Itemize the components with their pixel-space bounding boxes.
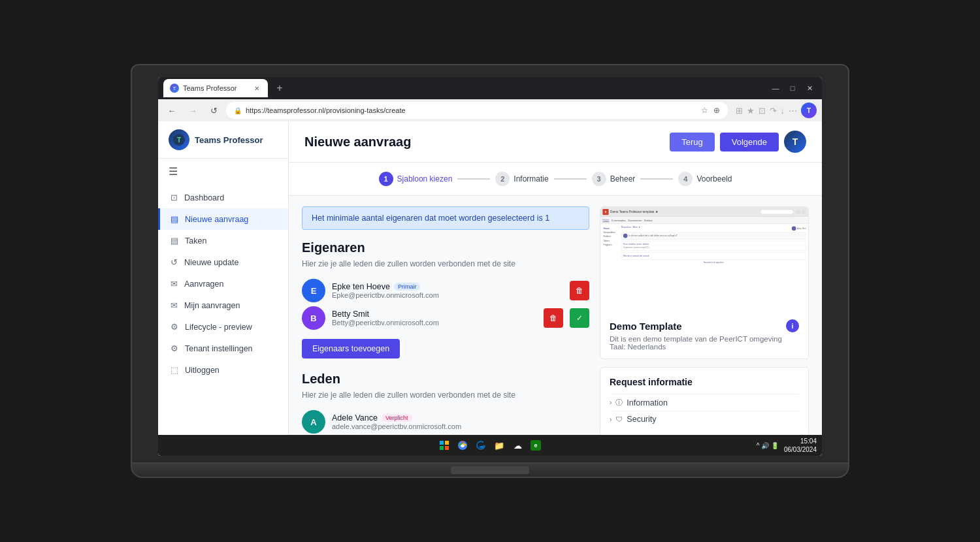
mijn-aanvragen-icon: ✉ xyxy=(171,300,178,310)
sidebar-label-dashboard: Dashboard xyxy=(184,193,224,202)
step-4[interactable]: 4 Voorbeeld xyxy=(678,172,732,186)
sidebar-label-mijn-aanvragen: Mijn aanvragen xyxy=(184,301,240,310)
sidebar-item-nieuwe-aanvraag[interactable]: ▤ Nieuwe aanvraag xyxy=(158,208,288,230)
confirm-button[interactable]: ✓ xyxy=(570,308,589,328)
template-name: Demo Template xyxy=(610,321,682,332)
sidebar-item-uitloggen[interactable]: ⬚ Uitloggen xyxy=(158,359,288,381)
sidebar-label-taken: Taken xyxy=(185,236,206,246)
star-icon[interactable]: ☆ xyxy=(701,106,708,115)
minimize-button[interactable]: — xyxy=(768,81,783,95)
sharepoint-preview: S Demo Teams Professor template ★ xyxy=(600,207,808,311)
person-info: Epke ten Hoeve Primair Epke@peerictbv.on… xyxy=(332,282,563,299)
owners-title: Eigenaren xyxy=(302,240,589,255)
members-list: A Adele Vance Verplicht adele.vance@peer… xyxy=(302,410,589,435)
step-2-num: 2 xyxy=(495,172,510,186)
sidebar-nav: ⊡ Dashboard ▤ Nieuwe aanvraag ▤ Taken xyxy=(158,184,288,383)
collections-icon[interactable]: ⊡ xyxy=(759,106,766,116)
owners-list: E Epke ten Hoeve Primair Epke@peerictbv.… xyxy=(302,279,589,330)
sidebar-item-tenant[interactable]: ⚙ Tenant instellingen xyxy=(158,338,288,359)
taskbar-icons-system: ^ 🔊 🔋 xyxy=(757,442,779,449)
history-icon[interactable]: ↷ xyxy=(770,106,777,116)
shield-badge-icon: 🛡 xyxy=(615,415,623,423)
profile-icon[interactable]: T xyxy=(801,103,817,118)
trackpad xyxy=(451,466,529,474)
downloads-icon[interactable]: ↓ xyxy=(781,106,785,116)
step-2-label: Informatie xyxy=(514,174,548,183)
person-email: Betty@peerictbv.onmicrosoft.com xyxy=(332,319,537,327)
owners-section: Eigenaren Hier zie je alle leden die zul… xyxy=(302,240,589,359)
chevron-right-icon: › xyxy=(610,416,612,423)
owners-desc: Hier zie je alle leden die zullen worden… xyxy=(302,258,589,270)
taskbar-onedrive-icon[interactable]: ☁ xyxy=(510,438,525,453)
info-icon[interactable]: i xyxy=(786,319,799,332)
request-info-title: Request informatie xyxy=(610,377,799,387)
lifecycle-icon: ⚙ xyxy=(171,322,178,332)
members-title: Leden xyxy=(302,372,589,387)
sidebar-item-nieuwe-update[interactable]: ↺ Nieuwe update xyxy=(158,251,288,273)
extensions-icon[interactable]: ⊕ xyxy=(713,106,720,115)
url-bar[interactable]: 🔒 https://teamsprofessor.nl/provisioning… xyxy=(226,102,728,119)
page-title: Nieuwe aanvraag xyxy=(304,135,411,150)
expand-item-security[interactable]: › 🛡 Security xyxy=(610,411,799,427)
step-4-label: Voorbeeld xyxy=(696,174,732,183)
menu-icon[interactable]: ⋯ xyxy=(789,106,797,116)
template-info: Demo Template i Dit is een demo template… xyxy=(600,311,808,359)
sidebar-item-lifecycle[interactable]: ⚙ Lifecycle - preview xyxy=(158,316,288,338)
expand-label-security: Security xyxy=(627,415,656,424)
laptop-shell: T Teams Professor ✕ + — □ ✕ ← → ↺ xyxy=(131,64,849,478)
close-button[interactable]: ✕ xyxy=(802,81,817,95)
uitloggen-icon: ⬚ xyxy=(171,365,178,375)
sidebar-header: T Teams Professor xyxy=(158,121,288,159)
sp-title: Demo Teams Professor template ★ xyxy=(610,210,759,214)
taskbar-edge-icon[interactable] xyxy=(474,438,488,453)
verplicht-badge: Verplicht xyxy=(382,414,412,422)
table-row: B Betty Smit Betty@peerictbv.onmicrosoft… xyxy=(302,306,589,330)
expand-label-information: Information xyxy=(627,398,668,407)
taskbar-icons: 📁 ☁ e xyxy=(437,438,543,453)
delete-button[interactable]: 🗑 xyxy=(544,308,563,328)
step-connector-3 xyxy=(640,178,673,180)
sidebar-item-dashboard[interactable]: ⊡ Dashboard xyxy=(158,187,288,208)
browser-toolbar-icons: ⊞ ★ ⊡ ↷ ↓ ⋯ T xyxy=(736,103,817,118)
back-button[interactable]: ← xyxy=(163,102,180,119)
taskbar-chrome-icon[interactable] xyxy=(455,438,470,453)
info-badge-icon: ⓘ xyxy=(615,398,623,407)
taskbar-browser-icon[interactable]: e xyxy=(529,438,543,453)
favorites-icon[interactable]: ★ xyxy=(747,106,755,116)
browser-tab[interactable]: T Teams Professor ✕ xyxy=(163,79,268,97)
sidebar-item-mijn-aanvragen[interactable]: ✉ Mijn aanvragen xyxy=(158,295,288,316)
sidebar-item-aanvragen[interactable]: ✉ Aanvragen xyxy=(158,273,288,295)
app-container: T Teams Professor ☰ ⊡ Dashboard ▤ xyxy=(158,121,822,435)
expand-item-information[interactable]: › ⓘ Information xyxy=(610,394,799,411)
step-connector-2 xyxy=(554,178,587,180)
template-preview-card: S Demo Teams Professor template ★ xyxy=(600,206,809,359)
terug-button[interactable]: Terug xyxy=(670,133,715,151)
maximize-button[interactable]: □ xyxy=(785,81,800,95)
template-description: Dit is een demo template van de PeerICT … xyxy=(610,335,799,351)
apps-icon[interactable]: ⊞ xyxy=(736,106,743,116)
sidebar-item-taken[interactable]: ▤ Taken xyxy=(158,230,288,251)
hamburger-icon[interactable]: ☰ xyxy=(158,159,288,184)
taskbar-files-icon[interactable]: 📁 xyxy=(492,438,506,453)
person-email: adele.vance@peerictbv.onmicrosoft.com xyxy=(332,422,589,430)
delete-button[interactable]: 🗑 xyxy=(570,281,589,300)
step-1[interactable]: 1 Sjabloon kiezen xyxy=(379,172,453,186)
step-3[interactable]: 3 Beheer xyxy=(592,172,636,186)
tab-close-button[interactable]: ✕ xyxy=(252,84,261,93)
new-tab-button[interactable]: + xyxy=(270,79,289,97)
refresh-button[interactable]: ↺ xyxy=(205,102,222,119)
step-4-num: 4 xyxy=(678,172,693,186)
sp-main: Bewerken Meer ▼ Anna Smit xyxy=(621,226,806,263)
person-info: Adele Vance Verplicht adele.vance@peeric… xyxy=(332,413,589,430)
forward-button: → xyxy=(184,102,201,119)
add-owners-button[interactable]: Eigenaars toevoegen xyxy=(302,339,400,359)
address-bar-row: ← → ↺ 🔒 https://teamsprofessor.nl/provis… xyxy=(158,99,822,121)
sp-topbar: S Demo Teams Professor template ★ xyxy=(600,207,808,217)
template-screenshot: S Demo Teams Professor template ★ xyxy=(600,207,808,311)
volgende-button[interactable]: Volgende xyxy=(720,133,779,151)
dashboard-icon: ⊡ xyxy=(171,193,178,202)
steps-bar: 1 Sjabloon kiezen 2 Informatie 3 Beheer xyxy=(289,163,822,196)
start-button[interactable] xyxy=(437,438,451,453)
screen-bezel: T Teams Professor ✕ + — □ ✕ ← → ↺ xyxy=(131,64,849,464)
step-2[interactable]: 2 Informatie xyxy=(495,172,548,186)
